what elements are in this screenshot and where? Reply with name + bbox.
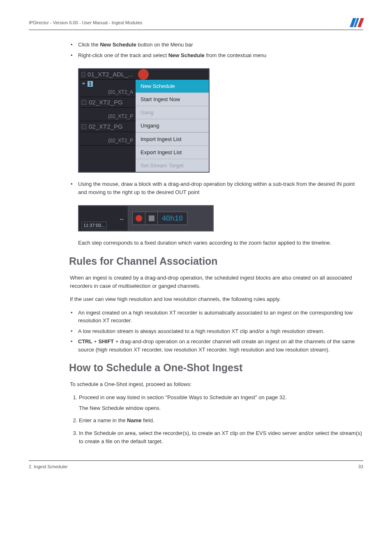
context-menu-screenshot: 01_XT2_ADL_... ⚭1 (01_XT2_A 02_XT2_PG (0… [78, 68, 210, 173]
timeline-screenshot: ↔ 11:37:00... 40h10 [78, 205, 214, 231]
track-sub-3: (02_XT2_P [79, 132, 136, 146]
bold-text: Name [127, 417, 141, 423]
page-number: 33 [358, 464, 363, 469]
text: button on the Menu bar [136, 42, 193, 48]
rules-p1: When an ingest is created by a drag-and-… [70, 274, 363, 290]
timeline-timestamp: 11:37:00... [81, 222, 107, 229]
text: + [92, 338, 99, 345]
text: field. [142, 417, 154, 423]
menu-import-ingest-list[interactable]: Import Ingest List [136, 132, 209, 146]
step-1: Proceed in one way listed in section "Po… [79, 393, 363, 412]
evs-logo [351, 18, 363, 27]
track-label: 01_XT2_ADL_... [88, 71, 133, 78]
text: Click the [78, 42, 100, 48]
text: from the contextual menu [205, 52, 266, 58]
footer-section: 2. Ingest Scheduler [29, 464, 68, 469]
howto-intro: To schedule a One-Shot ingest, proceed a… [70, 380, 363, 388]
track-label: 02_XT2_PG [89, 99, 123, 106]
timeline-duration: 40h10 [157, 212, 187, 224]
bold-text: New Schedule [100, 42, 136, 48]
step-subtext: The New Schedule window opens. [79, 404, 363, 412]
step-3: In the Schedule on area, select the reco… [79, 429, 363, 446]
drag-bullet: Using the mouse, draw a block with a dra… [70, 180, 363, 196]
record-dot-icon [136, 215, 142, 222]
menu-start-ingest-now[interactable]: Start Ingest Now [136, 93, 209, 106]
intro-bullet-1: Click the New Schedule button on the Men… [70, 41, 363, 49]
stop-square-icon [149, 215, 154, 221]
chain-indicator: ⚭1 [79, 80, 136, 88]
resize-arrow-icon: ↔ [119, 216, 125, 222]
howto-heading: How to Schedule a One-Shot Ingest [69, 362, 363, 374]
chain-number: 1 [88, 81, 93, 87]
track-header-2: 02_XT2_PG [79, 97, 136, 108]
text: Enter a name in the [79, 417, 127, 423]
rules-heading: Rules for Channel Association [69, 255, 363, 267]
intro-bullet-2: Right-click one of the track and select … [70, 51, 363, 60]
rules-bullet-2: A low resolution stream is always associ… [70, 327, 363, 335]
menu-ungang[interactable]: Ungang [136, 119, 209, 132]
menu-set-stream-target: Set Stream Target [136, 159, 209, 172]
track-header-3: 02_XT2_PG [79, 121, 136, 132]
step-text: Proceed in one way listed in section "Po… [79, 394, 287, 400]
rules-bullet-1: An ingest created on a high resolution X… [70, 309, 363, 325]
record-icon [138, 69, 149, 80]
text: + drag-and-drop operation on a recorder … [78, 338, 355, 353]
track-sub-2: (02_XT2_P [79, 108, 136, 121]
step-2: Enter a name in the Name field. [79, 416, 363, 425]
rules-bullet-3: CTRL + SHIFT + drag-and-drop operation o… [70, 338, 363, 354]
doc-header: IPDirector - Version 6.00 - User Manual … [29, 20, 142, 25]
track-label: 02_XT2_PG [89, 123, 123, 130]
drag-caption: Each step corresponds to a fixed duratio… [78, 239, 363, 247]
track-sub-1: (01_XT2_A [79, 88, 136, 97]
text: Right-click one of the track and select [78, 52, 168, 58]
menu-export-ingest-list[interactable]: Export Ingest List [136, 146, 209, 159]
track-header-1: 01_XT2_ADL_... [79, 69, 136, 80]
rules-p2: If the user can view high resolution and… [70, 295, 363, 303]
bold-text: New Schedule [168, 52, 205, 58]
key-shift: SHIFT [99, 338, 114, 345]
key-ctrl: CTRL [78, 338, 92, 345]
menu-gang: Gang [136, 106, 209, 119]
menu-new-schedule[interactable]: New Schedule [136, 80, 209, 93]
